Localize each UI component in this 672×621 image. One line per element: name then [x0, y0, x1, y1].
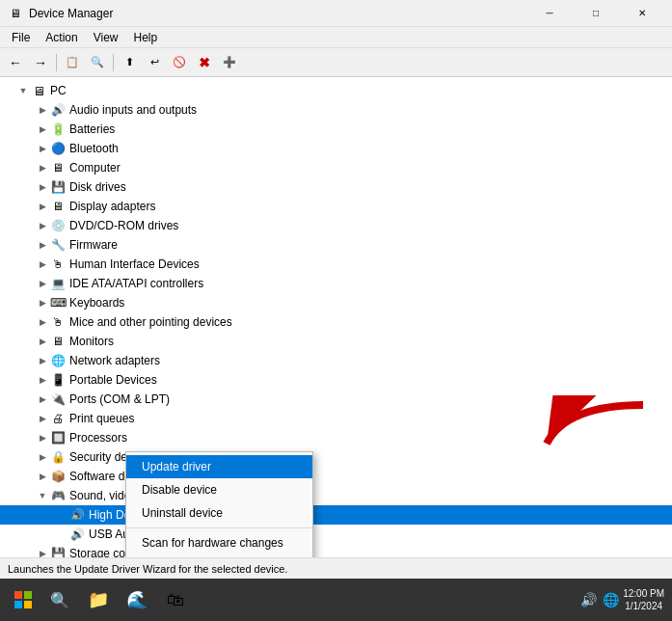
svg-rect-2	[24, 591, 32, 599]
taskbar-files[interactable]: 📁	[81, 582, 116, 617]
tree-item-computer[interactable]: ▶ 🖥 Computer	[0, 158, 672, 177]
bluetooth-expander[interactable]: ▶	[35, 141, 50, 156]
keyboards-expander[interactable]: ▶	[35, 295, 50, 310]
tree-item-bluetooth[interactable]: ▶ 🔵 Bluetooth	[0, 139, 672, 158]
portable-expander[interactable]: ▶	[35, 372, 50, 388]
tree-item-security[interactable]: ▶ 🔒 Security devices	[0, 447, 672, 467]
back-button[interactable]: ←	[4, 51, 27, 74]
ctx-disable-device[interactable]: Disable device	[126, 478, 312, 501]
ctx-uninstall-device[interactable]: Uninstall device	[126, 501, 312, 525]
ctx-update-driver[interactable]: Update driver	[126, 455, 312, 478]
disable-button[interactable]: 🚫	[168, 51, 191, 74]
tree-item-usb-audio[interactable]: 🔊 USB Audio	[0, 525, 672, 544]
diskdrives-expander[interactable]: ▶	[35, 179, 50, 195]
diskdrives-label: Disk drives	[69, 180, 126, 194]
computer-expander[interactable]: ▶	[35, 160, 50, 176]
hd-audio-icon: 🔊	[69, 507, 85, 523]
taskbar: 🔍 📁 🌊 🛍 🔊 🌐 12:00 PM 1/1/2024	[0, 579, 672, 621]
audio-label: Audio inputs and outputs	[69, 103, 197, 117]
forward-button[interactable]: →	[29, 51, 52, 74]
ctx-scan-hardware[interactable]: Scan for hardware changes	[126, 531, 312, 554]
hid-label: Human Interface Devices	[69, 257, 200, 271]
print-expander[interactable]: ▶	[35, 411, 50, 426]
properties-button[interactable]: 📋	[61, 51, 84, 74]
pc-expander[interactable]: ▼	[15, 83, 31, 98]
tree-item-ports[interactable]: ▶ 🔌 Ports (COM & LPT)	[0, 390, 672, 409]
menu-action[interactable]: Action	[38, 29, 85, 46]
add-hardware-button[interactable]: ➕	[218, 51, 241, 74]
dvd-expander[interactable]: ▶	[35, 218, 50, 233]
monitors-label: Monitors	[69, 335, 114, 348]
tray-icon-1[interactable]: 🔊	[580, 592, 597, 608]
tree-item-dvd[interactable]: ▶ 💿 DVD/CD-ROM drives	[0, 216, 672, 235]
tree-item-storage[interactable]: ▶ 💾 Storage contr...	[0, 544, 672, 557]
start-button[interactable]	[8, 584, 39, 615]
toolbar-separator-1	[56, 54, 57, 71]
security-expander[interactable]: ▶	[35, 449, 50, 465]
portable-icon: 📱	[50, 372, 66, 388]
hid-icon: 🖱	[50, 256, 66, 272]
tree-item-display[interactable]: ▶ 🖥 Display adapters	[0, 197, 672, 216]
tree-item-firmware[interactable]: ▶ 🔧 Firmware	[0, 235, 672, 255]
tree-item-mice[interactable]: ▶ 🖱 Mice and other pointing devices	[0, 312, 672, 332]
tree-item-audio[interactable]: ▶ 🔊 Audio inputs and outputs	[0, 100, 672, 120]
monitors-icon: 🖥	[50, 334, 66, 349]
rollback-button[interactable]: ↩	[143, 51, 166, 74]
tree-item-monitors[interactable]: ▶ 🖥 Monitors	[0, 332, 672, 351]
ports-expander[interactable]: ▶	[35, 392, 50, 407]
taskbar-tray: 🔊 🌐	[580, 592, 619, 608]
tree-item-sound[interactable]: ▼ 🎮 Sound, video and game controllers	[0, 486, 672, 505]
print-icon: 🖨	[50, 411, 66, 426]
software-expander[interactable]: ▶	[35, 469, 50, 484]
processors-expander[interactable]: ▶	[35, 430, 50, 446]
batteries-expander[interactable]: ▶	[35, 122, 50, 137]
portable-label: Portable Devices	[69, 373, 157, 387]
tree-item-keyboards[interactable]: ▶ ⌨ Keyboards	[0, 293, 672, 312]
scan-button[interactable]: 🔍	[86, 51, 109, 74]
keyboards-icon: ⌨	[50, 295, 66, 310]
software-icon: 📦	[50, 469, 66, 484]
firmware-expander[interactable]: ▶	[35, 237, 50, 253]
mice-expander[interactable]: ▶	[35, 314, 50, 330]
hid-expander[interactable]: ▶	[35, 256, 50, 272]
taskbar-search[interactable]: 🔍	[42, 582, 77, 617]
uninstall-button[interactable]: ✖	[193, 51, 216, 74]
computer-label: Computer	[69, 161, 121, 175]
mice-icon: 🖱	[50, 314, 66, 330]
tree-view[interactable]: ▼ 🖥 PC ▶ 🔊 Audio inputs and outputs ▶ 🔋 …	[0, 77, 672, 557]
security-icon: 🔒	[50, 449, 66, 465]
tree-item-batteries[interactable]: ▶ 🔋 Batteries	[0, 120, 672, 139]
tree-root-pc[interactable]: ▼ 🖥 PC	[0, 81, 672, 100]
audio-expander[interactable]: ▶	[35, 102, 50, 118]
print-label: Print queues	[69, 412, 134, 425]
menu-file[interactable]: File	[4, 29, 38, 46]
taskbar-clock[interactable]: 12:00 PM 1/1/2024	[623, 587, 664, 612]
minimize-button[interactable]: ─	[527, 4, 572, 23]
sound-expander[interactable]: ▼	[35, 488, 50, 503]
firmware-label: Firmware	[69, 238, 118, 252]
maximize-button[interactable]: □	[574, 4, 618, 23]
taskbar-browser[interactable]: 🌊	[120, 582, 154, 617]
tree-item-software[interactable]: ▶ 📦 Software devices	[0, 467, 672, 486]
taskbar-store[interactable]: 🛍	[158, 582, 193, 617]
storage-expander[interactable]: ▶	[35, 546, 50, 557]
ide-expander[interactable]: ▶	[35, 276, 50, 291]
tree-item-hid[interactable]: ▶ 🖱 Human Interface Devices	[0, 255, 672, 274]
network-expander[interactable]: ▶	[35, 353, 50, 368]
close-button[interactable]: ✕	[620, 4, 664, 23]
menu-view[interactable]: View	[86, 29, 126, 46]
computer-icon: 🖥	[50, 160, 66, 176]
tree-item-network[interactable]: ▶ 🌐 Network adapters	[0, 351, 672, 370]
tree-item-processors[interactable]: ▶ 🔲 Processors	[0, 428, 672, 447]
menu-help[interactable]: Help	[126, 29, 166, 46]
display-expander[interactable]: ▶	[35, 199, 50, 214]
tray-icon-2[interactable]: 🌐	[603, 592, 619, 608]
tree-item-portable[interactable]: ▶ 📱 Portable Devices	[0, 370, 672, 390]
usb-audio-expander	[54, 526, 69, 542]
monitors-expander[interactable]: ▶	[35, 334, 50, 349]
tree-item-hd-audio[interactable]: 🔊 High Definition Audio Device	[0, 505, 672, 525]
update-driver-button[interactable]: ⬆	[118, 51, 141, 74]
tree-item-ide[interactable]: ▶ 💻 IDE ATA/ATAPI controllers	[0, 274, 672, 293]
tree-item-diskdrives[interactable]: ▶ 💾 Disk drives	[0, 177, 672, 197]
tree-item-print[interactable]: ▶ 🖨 Print queues	[0, 409, 672, 428]
